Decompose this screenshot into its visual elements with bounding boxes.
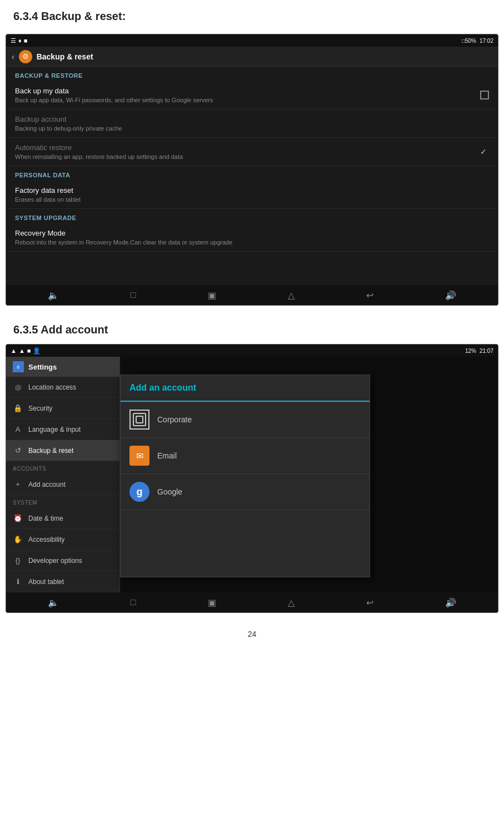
recovery-mode-subtitle: Reboot into the system in Recovery Mode.… (15, 239, 489, 246)
notification-icon: ■ (24, 37, 28, 44)
sidebar-item-developer[interactable]: {} Developer options (6, 550, 119, 571)
device-screen-2: ▲ ▲ ■ 👤 12% 21:07 ≡ Settings ◎ Location … (6, 344, 498, 613)
sidebar-header-icon: ≡ (13, 361, 24, 372)
automatic-restore-subtitle: When reinstalling an app, restore backed… (15, 153, 183, 160)
nav-bar-1: 🔈 □ ▣ △ ↩ 🔊 (6, 285, 498, 305)
dialog-title: Add an account (129, 383, 196, 392)
backup-account-subtitle: Backing up to debug-only private cache (15, 125, 489, 132)
corporate-item[interactable]: Corporate (121, 402, 370, 438)
volume-down-icon[interactable]: 🔈 (48, 290, 59, 301)
sidebar-label-security: Security (28, 405, 52, 412)
automatic-restore-item[interactable]: Automatic restore When reinstalling an a… (6, 138, 498, 166)
recents-icon[interactable]: △ (288, 290, 295, 301)
section-header-personal: PERSONAL DATA (6, 166, 498, 181)
volume-up-icon[interactable]: 🔊 (445, 290, 456, 301)
bluetooth-icon: ♦ (18, 37, 22, 44)
clock-icon: ⏰ (13, 514, 23, 522)
sidebar-item-security[interactable]: 🔒 Security (6, 398, 119, 419)
time-display-2: 21:07 (480, 348, 493, 354)
signal-bars-icon: ▲ (19, 347, 25, 354)
add-account-dialog[interactable]: Add an account Corporate ✉ Email (120, 375, 370, 577)
sidebar-item-location[interactable]: ◎ Location access (6, 377, 119, 398)
back-arrow-icon[interactable]: ‹ (12, 52, 14, 61)
factory-reset-title: Factory data reset (15, 186, 489, 194)
status-bar-2: ▲ ▲ ■ 👤 12% 21:07 (6, 345, 498, 357)
device-screen-1: ☰ ♦ ■ □50% 17:02 ‹ ⚙ Backup & reset BACK… (6, 34, 498, 306)
backup-icon: ↺ (13, 446, 23, 455)
backup-checkbox[interactable] (480, 91, 489, 99)
backup-account-title: Backup account (15, 115, 489, 123)
home-icon[interactable]: ▣ (208, 290, 216, 301)
battery-status-icon: ■ (27, 347, 31, 354)
email-label: Email (157, 451, 177, 460)
back-nav-icon[interactable]: □ (131, 290, 136, 300)
app-bar-title-1: Backup & reset (37, 52, 93, 61)
page-number: 24 (0, 619, 504, 650)
backup-my-data-subtitle: Back up app data, Wi-Fi passwords, and o… (15, 97, 213, 103)
factory-reset-subtitle: Erases all data on tablet (15, 196, 489, 203)
add-icon: + (13, 480, 23, 488)
user-icon: 👤 (33, 347, 41, 355)
sidebar-item-backup[interactable]: ↺ Backup & reset (6, 440, 119, 461)
backup-my-data-item[interactable]: Back up my data Back up app data, Wi-Fi … (6, 81, 498, 109)
battery-icon: □50% (462, 38, 476, 44)
dialog-title-bar: Add an account (121, 375, 370, 402)
sidebar-label-language: Language & input (28, 426, 81, 433)
section-header-backup-restore: BACKUP & RESTORE (6, 67, 498, 81)
automatic-restore-text: Automatic restore When reinstalling an a… (15, 143, 183, 160)
status-bar-left-1: ☰ ♦ ■ (11, 37, 27, 44)
sidebar-label-about: About tablet (28, 578, 64, 586)
sidebar-label-backup: Backup & reset (28, 447, 73, 455)
sidebar-header-text: Settings (28, 363, 57, 371)
recents-icon-2[interactable]: △ (288, 597, 295, 608)
sidebar-item-language[interactable]: A Language & input (6, 419, 119, 440)
settings-content-1: BACKUP & RESTORE Back up my data Back up… (6, 67, 498, 285)
signal-icon: ☰ (11, 37, 16, 44)
sidebar-accounts-section: ACCOUNTS (6, 461, 119, 474)
return-icon-2[interactable]: ↩ (366, 597, 373, 608)
sidebar-label-accessibility: Accessibility (28, 536, 64, 543)
back-nav-icon-2[interactable]: □ (131, 597, 136, 607)
sidebar-item-add-account[interactable]: + Add account (6, 474, 119, 495)
corporate-label: Corporate (157, 415, 192, 424)
settings-sidebar: ≡ Settings ◎ Location access 🔒 Security … (6, 357, 120, 592)
battery-percent: 12% (465, 348, 476, 354)
status-bar-1: ☰ ♦ ■ □50% 17:02 (6, 34, 498, 47)
section1-title: 6.3.4 Backup & reset: (0, 0, 504, 28)
vol-up-icon-2[interactable]: 🔊 (445, 597, 456, 608)
recovery-mode-item[interactable]: Recovery Mode Reboot into the system in … (6, 223, 498, 252)
accessibility-icon: ✋ (13, 535, 23, 543)
home-icon-2[interactable]: ▣ (208, 597, 216, 608)
return-icon[interactable]: ↩ (366, 290, 373, 301)
settings-layout: ≡ Settings ◎ Location access 🔒 Security … (6, 357, 498, 592)
info-icon: ℹ (13, 577, 23, 586)
google-item[interactable]: g Google (121, 474, 370, 510)
developer-icon: {} (13, 556, 23, 565)
factory-reset-item[interactable]: Factory data reset Erases all data on ta… (6, 181, 498, 209)
email-icon: ✉ (129, 446, 149, 466)
automatic-restore-title: Automatic restore (15, 143, 183, 152)
location-icon: ◎ (13, 383, 23, 391)
lock-icon: 🔒 (13, 404, 23, 412)
sidebar-header: ≡ Settings (6, 357, 119, 377)
sidebar-item-about[interactable]: ℹ About tablet (6, 571, 119, 592)
wifi-icon: ▲ (11, 347, 17, 354)
sidebar-label-add-account: Add account (28, 481, 66, 488)
vol-down-icon-2[interactable]: 🔈 (48, 597, 59, 608)
backup-my-data-title: Back up my data (15, 87, 213, 95)
sidebar-item-accessibility[interactable]: ✋ Accessibility (6, 529, 119, 550)
status-bar-right-2: 12% 21:07 (465, 348, 493, 354)
time-display-1: 17:02 (480, 38, 493, 44)
sidebar-item-datetime[interactable]: ⏰ Date & time (6, 508, 119, 529)
language-icon: A (13, 425, 23, 433)
recovery-mode-title: Recovery Mode (15, 229, 489, 237)
sidebar-label-developer: Developer options (28, 557, 82, 565)
backup-account-item[interactable]: Backup account Backing up to debug-only … (6, 109, 498, 138)
email-item[interactable]: ✉ Email (121, 438, 370, 474)
google-label: Google (157, 487, 182, 496)
restore-checkmark: ✓ (480, 147, 489, 156)
section2-title: 6.3.5 Add account (0, 311, 504, 344)
sidebar-label-datetime: Date & time (28, 515, 63, 522)
svg-rect-1 (136, 416, 143, 423)
google-icon: g (129, 482, 149, 502)
